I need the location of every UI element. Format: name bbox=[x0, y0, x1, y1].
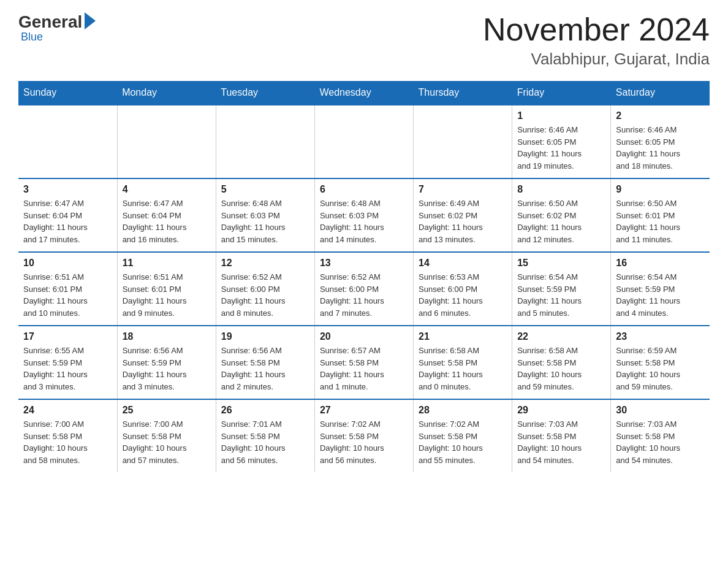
calendar-cell: 30Sunrise: 7:03 AM Sunset: 5:58 PM Dayli… bbox=[611, 399, 710, 472]
day-info: Sunrise: 7:01 AM Sunset: 5:58 PM Dayligh… bbox=[221, 418, 309, 466]
calendar-cell: 3Sunrise: 6:47 AM Sunset: 6:04 PM Daylig… bbox=[18, 178, 117, 252]
calendar-cell: 6Sunrise: 6:48 AM Sunset: 6:03 PM Daylig… bbox=[314, 178, 413, 252]
calendar-cell: 26Sunrise: 7:01 AM Sunset: 5:58 PM Dayli… bbox=[216, 399, 314, 472]
calendar-week-row: 10Sunrise: 6:51 AM Sunset: 6:01 PM Dayli… bbox=[18, 252, 710, 326]
calendar-week-row: 17Sunrise: 6:55 AM Sunset: 5:59 PM Dayli… bbox=[18, 326, 710, 399]
calendar-cell: 17Sunrise: 6:55 AM Sunset: 5:59 PM Dayli… bbox=[18, 326, 117, 399]
day-info: Sunrise: 6:50 AM Sunset: 6:02 PM Dayligh… bbox=[517, 197, 605, 245]
day-info: Sunrise: 6:57 AM Sunset: 5:58 PM Dayligh… bbox=[320, 345, 408, 393]
header-monday: Monday bbox=[117, 81, 216, 105]
calendar-cell: 2Sunrise: 6:46 AM Sunset: 6:05 PM Daylig… bbox=[611, 105, 710, 178]
day-info: Sunrise: 6:48 AM Sunset: 6:03 PM Dayligh… bbox=[221, 197, 309, 245]
calendar-cell bbox=[18, 105, 117, 178]
day-number: 15 bbox=[517, 258, 605, 269]
day-info: Sunrise: 6:56 AM Sunset: 5:58 PM Dayligh… bbox=[221, 345, 309, 393]
day-number: 18 bbox=[123, 331, 211, 342]
day-info: Sunrise: 7:03 AM Sunset: 5:58 PM Dayligh… bbox=[616, 418, 705, 466]
calendar-cell: 1Sunrise: 6:46 AM Sunset: 6:05 PM Daylig… bbox=[512, 105, 611, 178]
day-number: 9 bbox=[616, 184, 705, 195]
day-number: 29 bbox=[517, 405, 605, 416]
calendar-cell: 5Sunrise: 6:48 AM Sunset: 6:03 PM Daylig… bbox=[216, 178, 314, 252]
calendar-subtitle: Valabhipur, Gujarat, India bbox=[483, 50, 710, 69]
day-info: Sunrise: 7:02 AM Sunset: 5:58 PM Dayligh… bbox=[419, 418, 507, 466]
day-number: 19 bbox=[221, 331, 309, 342]
header-sunday: Sunday bbox=[18, 81, 117, 105]
calendar-cell: 23Sunrise: 6:59 AM Sunset: 5:58 PM Dayli… bbox=[611, 326, 710, 399]
day-number: 25 bbox=[123, 405, 211, 416]
header-friday: Friday bbox=[512, 81, 611, 105]
calendar-cell bbox=[314, 105, 413, 178]
calendar-cell: 9Sunrise: 6:50 AM Sunset: 6:01 PM Daylig… bbox=[611, 178, 710, 252]
logo-blue-text: Blue bbox=[21, 31, 43, 44]
calendar-cell: 4Sunrise: 6:47 AM Sunset: 6:04 PM Daylig… bbox=[117, 178, 216, 252]
calendar-cell: 29Sunrise: 7:03 AM Sunset: 5:58 PM Dayli… bbox=[512, 399, 611, 472]
day-info: Sunrise: 6:47 AM Sunset: 6:04 PM Dayligh… bbox=[123, 197, 211, 245]
page-header: General Blue November 2024 Valabhipur, G… bbox=[18, 12, 710, 69]
day-info: Sunrise: 6:46 AM Sunset: 6:05 PM Dayligh… bbox=[517, 124, 605, 172]
day-number: 21 bbox=[419, 331, 507, 342]
logo-general-text: General bbox=[18, 12, 82, 32]
calendar-cell: 10Sunrise: 6:51 AM Sunset: 6:01 PM Dayli… bbox=[18, 252, 117, 326]
logo-arrow-icon bbox=[85, 12, 96, 29]
day-info: Sunrise: 6:54 AM Sunset: 5:59 PM Dayligh… bbox=[616, 271, 705, 319]
calendar-cell: 15Sunrise: 6:54 AM Sunset: 5:59 PM Dayli… bbox=[512, 252, 611, 326]
day-number: 22 bbox=[517, 331, 605, 342]
day-info: Sunrise: 7:02 AM Sunset: 5:58 PM Dayligh… bbox=[320, 418, 408, 466]
calendar-week-row: 3Sunrise: 6:47 AM Sunset: 6:04 PM Daylig… bbox=[18, 178, 710, 252]
day-number: 1 bbox=[517, 110, 605, 121]
day-info: Sunrise: 6:54 AM Sunset: 5:59 PM Dayligh… bbox=[517, 271, 605, 319]
title-block: November 2024 Valabhipur, Gujarat, India bbox=[483, 12, 710, 69]
day-info: Sunrise: 6:48 AM Sunset: 6:03 PM Dayligh… bbox=[320, 197, 408, 245]
day-info: Sunrise: 6:53 AM Sunset: 6:00 PM Dayligh… bbox=[419, 271, 507, 319]
day-number: 11 bbox=[123, 258, 211, 269]
day-number: 8 bbox=[517, 184, 605, 195]
header-saturday: Saturday bbox=[611, 81, 710, 105]
header-wednesday: Wednesday bbox=[314, 81, 413, 105]
day-info: Sunrise: 6:52 AM Sunset: 6:00 PM Dayligh… bbox=[320, 271, 408, 319]
day-number: 24 bbox=[23, 405, 112, 416]
day-number: 28 bbox=[419, 405, 507, 416]
day-number: 7 bbox=[419, 184, 507, 195]
calendar-cell: 14Sunrise: 6:53 AM Sunset: 6:00 PM Dayli… bbox=[414, 252, 512, 326]
day-info: Sunrise: 6:59 AM Sunset: 5:58 PM Dayligh… bbox=[616, 345, 705, 393]
day-info: Sunrise: 6:46 AM Sunset: 6:05 PM Dayligh… bbox=[616, 124, 705, 172]
calendar-cell: 19Sunrise: 6:56 AM Sunset: 5:58 PM Dayli… bbox=[216, 326, 314, 399]
calendar-cell: 24Sunrise: 7:00 AM Sunset: 5:58 PM Dayli… bbox=[18, 399, 117, 472]
calendar-cell: 7Sunrise: 6:49 AM Sunset: 6:02 PM Daylig… bbox=[414, 178, 512, 252]
calendar-cell bbox=[117, 105, 216, 178]
calendar-cell: 25Sunrise: 7:00 AM Sunset: 5:58 PM Dayli… bbox=[117, 399, 216, 472]
day-info: Sunrise: 6:58 AM Sunset: 5:58 PM Dayligh… bbox=[517, 345, 605, 393]
day-info: Sunrise: 6:56 AM Sunset: 5:59 PM Dayligh… bbox=[123, 345, 211, 393]
calendar-cell: 27Sunrise: 7:02 AM Sunset: 5:58 PM Dayli… bbox=[314, 399, 413, 472]
header-tuesday: Tuesday bbox=[216, 81, 314, 105]
day-info: Sunrise: 7:00 AM Sunset: 5:58 PM Dayligh… bbox=[23, 418, 112, 466]
logo: General Blue bbox=[18, 12, 96, 44]
calendar-cell: 16Sunrise: 6:54 AM Sunset: 5:59 PM Dayli… bbox=[611, 252, 710, 326]
day-info: Sunrise: 7:00 AM Sunset: 5:58 PM Dayligh… bbox=[123, 418, 211, 466]
calendar-title: November 2024 bbox=[483, 12, 710, 47]
day-number: 6 bbox=[320, 184, 408, 195]
calendar-cell: 12Sunrise: 6:52 AM Sunset: 6:00 PM Dayli… bbox=[216, 252, 314, 326]
day-number: 14 bbox=[419, 258, 507, 269]
day-number: 3 bbox=[23, 184, 112, 195]
day-info: Sunrise: 6:55 AM Sunset: 5:59 PM Dayligh… bbox=[23, 345, 112, 393]
day-info: Sunrise: 6:47 AM Sunset: 6:04 PM Dayligh… bbox=[23, 197, 112, 245]
day-number: 2 bbox=[616, 110, 705, 121]
day-number: 30 bbox=[616, 405, 705, 416]
calendar-cell: 22Sunrise: 6:58 AM Sunset: 5:58 PM Dayli… bbox=[512, 326, 611, 399]
calendar-header-row: SundayMondayTuesdayWednesdayThursdayFrid… bbox=[18, 81, 710, 105]
calendar-cell bbox=[414, 105, 512, 178]
calendar-week-row: 24Sunrise: 7:00 AM Sunset: 5:58 PM Dayli… bbox=[18, 399, 710, 472]
day-number: 23 bbox=[616, 331, 705, 342]
day-info: Sunrise: 6:58 AM Sunset: 5:58 PM Dayligh… bbox=[419, 345, 507, 393]
day-number: 17 bbox=[23, 331, 112, 342]
calendar-cell: 28Sunrise: 7:02 AM Sunset: 5:58 PM Dayli… bbox=[414, 399, 512, 472]
header-thursday: Thursday bbox=[414, 81, 512, 105]
day-number: 12 bbox=[221, 258, 309, 269]
day-number: 13 bbox=[320, 258, 408, 269]
day-info: Sunrise: 7:03 AM Sunset: 5:58 PM Dayligh… bbox=[517, 418, 605, 466]
day-number: 20 bbox=[320, 331, 408, 342]
calendar-cell: 20Sunrise: 6:57 AM Sunset: 5:58 PM Dayli… bbox=[314, 326, 413, 399]
day-number: 16 bbox=[616, 258, 705, 269]
day-number: 5 bbox=[221, 184, 309, 195]
